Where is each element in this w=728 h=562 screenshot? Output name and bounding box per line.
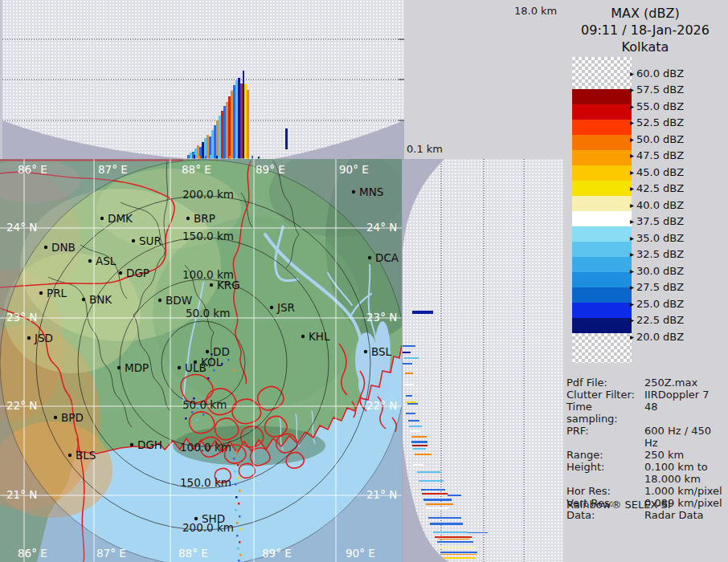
city-marker [186,217,190,220]
city-marker [44,246,47,249]
metadata-row: Hor Res:1.000 km/pixel [566,485,727,497]
legend-tick-arrow-icon: ▸ [630,316,634,324]
legend-tick-arrow-icon: ▸ [630,85,634,94]
legend-swatch [572,303,632,318]
city-marker [130,443,133,446]
city-marker [27,336,31,340]
echo-speck [202,413,205,416]
echo-bar [419,480,444,482]
echo-speck [236,535,239,537]
city-label: DCA [375,251,399,264]
city-marker [88,259,92,263]
legend-entry: ▸32.5 dBZ [630,248,684,261]
metadata-row: Clutter Filter:IIRDoppler 7 [566,389,727,401]
city-label: JSR [276,301,295,314]
metadata-value: 1.000 km/pixel [644,485,727,497]
legend-tick-arrow-icon: ▸ [630,234,634,242]
beam-blind-wedges [403,159,449,562]
latitude-label-left: 23° N [6,311,37,324]
city-marker [82,298,85,301]
legend-title-block: MAX (dBZ) 09:11 / 18-Jan-2026 Kolkata [562,5,728,55]
legend-swatch [572,257,632,272]
legend-swatch [572,318,632,333]
legend-swatch [572,287,632,303]
echo-bar [405,384,414,385]
echo-speck [187,403,190,405]
city-marker [352,190,355,193]
echo-speck [185,417,187,420]
echo-bar [428,517,461,519]
range-ring-label: 100.0 km [180,441,231,454]
legend-tick-arrow-icon: ▸ [630,283,634,291]
longitude-label-top: 90° E [339,163,369,176]
metadata-value: 48 [644,401,727,425]
echo-bar [408,420,419,422]
echo-speck [237,464,239,466]
echo-speck [235,509,237,511]
legend-tick-arrow-icon: ▸ [630,299,634,308]
city-marker [132,239,135,242]
latitude-label-left: 24° N [6,221,37,234]
legend-tick-arrow-icon: ▸ [630,201,634,210]
echo-speck [239,528,242,531]
metadata-row: Time sampling:48 [566,401,727,425]
legend-swatch-below-min [572,333,632,363]
echo-bar [244,84,247,159]
legend-entry-label: 32.5 dBZ [636,248,684,260]
top-projection-plot [2,0,404,159]
echo-bar [211,130,214,159]
echo-bar [437,541,473,543]
echo-bar [406,413,415,414]
city-label: BPD [61,411,84,424]
echo-bar [187,155,190,159]
city-marker [206,350,209,353]
echo-bar [223,106,226,159]
echo-bar [403,345,415,347]
echo-bar [422,493,448,495]
echo-bar [439,539,469,540]
city-marker [210,283,213,287]
city-marker [368,256,371,259]
echo-bar [468,532,488,533]
legend-tick-arrow-icon: ▸ [630,69,634,78]
echo-bar [438,547,476,548]
echo-bar [423,499,452,501]
echo-bar [406,395,412,397]
radar-map: 86° E87° E88° E89° E90° E86° E87° E88° E… [0,159,402,562]
metadata-row: Height:0.100 km to [566,461,727,473]
city-label: BDW [166,294,192,307]
height-axis-min-label: 0.1 km [407,143,443,155]
legend-entry-label: 50.0 dBZ [636,133,684,145]
legend-panel: MAX (dBZ) 09:11 / 18-Jan-2026 Kolkata ▸6… [562,0,728,562]
legend-entry: ▸50.0 dBZ [630,132,684,145]
legend-swatch-above-max [572,57,632,89]
longitude-label-bottom: 90° E [346,547,375,560]
city-marker [270,306,273,309]
echo-speck [236,522,239,524]
top-height-gridlines [2,39,404,120]
legend-entry-label: 27.5 dBZ [636,281,684,293]
legend-tick-arrow-icon: ▸ [630,151,634,160]
echo-speck [227,359,230,361]
legend-entry-label: 42.5 dBZ [636,182,684,194]
echo-speck [233,369,235,372]
echo-bar [415,454,431,455]
echo-speck [196,419,198,422]
echo-bar [417,471,441,473]
echo-speck [234,470,236,473]
echo-speck [193,397,195,400]
echo-bar [403,352,411,353]
legend-entry-label: 37.5 dBZ [636,215,684,227]
echo-bar [421,489,445,491]
echo-bar [238,78,240,159]
echo-bar [214,125,216,159]
legend-entry-label: 47.5 dBZ [636,149,684,161]
city-label: MDP [125,361,149,374]
echo-bar [223,155,224,159]
legend-tick-arrow-icon: ▸ [630,250,634,259]
echo-speck [198,406,200,409]
metadata-label: Range: [566,449,644,461]
echo-bar [409,426,422,427]
echo-speck [238,503,240,505]
metadata-value: IIRDoppler 7 [644,389,727,401]
